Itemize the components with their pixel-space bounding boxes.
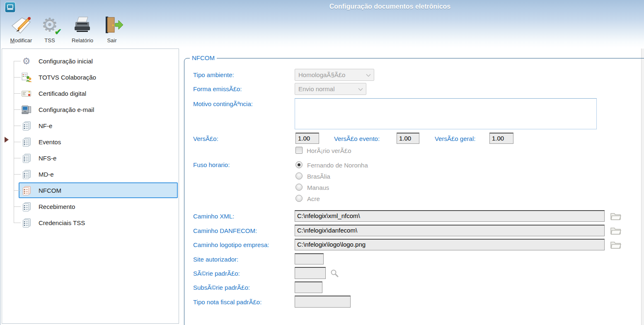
tss-button[interactable]: ⚙✔ TSS (39, 15, 61, 45)
tipo-nota-fiscal-input[interactable] (295, 296, 351, 308)
sidebar-item-nfcom[interactable]: NFCOM (2, 182, 179, 199)
sidebar-item-totvs-colaboracao[interactable]: TOTVS Colaboração (2, 69, 179, 85)
tss-label: TSS (39, 37, 61, 44)
serie-search-button[interactable] (330, 269, 342, 279)
documents-icon (21, 120, 32, 131)
forma-emissao-select[interactable]: Envio normal (295, 83, 366, 95)
documents-icon (21, 169, 32, 180)
app-window: Configuração documentos eletrônicos Modi… (0, 0, 644, 325)
printer-icon (66, 15, 99, 36)
modificar-button[interactable]: Modificar (5, 15, 38, 45)
documents-icon (21, 217, 32, 228)
sidebar-item-configuracao-email[interactable]: Configuração e-mail (2, 102, 179, 118)
folder-icon (610, 211, 622, 221)
radio-acre[interactable] (295, 195, 303, 202)
radio-manaus[interactable] (295, 184, 303, 191)
gear-check-icon: ⚙✔ (39, 15, 61, 36)
tipo-ambiente-label: Tipo ambiente: (193, 71, 234, 78)
forma-emissao-label: Forma emissÃ£o: (193, 85, 242, 92)
caminho-xml-input[interactable]: C:\nfelogix\xml_nfcom\ (295, 210, 605, 222)
fuso-horario-label: Fuso horario: (193, 161, 230, 168)
horario-verao-checkbox[interactable] (295, 147, 303, 154)
caminho-xml-label: Caminho XML: (193, 213, 234, 220)
radio-label: Manaus (307, 184, 329, 191)
sair-label: Sair (101, 37, 123, 44)
config-tree: ⚙ Configuração inicial TOTVS Colaboração (2, 49, 179, 323)
caminho-logotipo-input[interactable]: C:\nfelogix\logo\logo.png (295, 239, 605, 250)
radio-label: Acre (307, 195, 320, 202)
sidebar-item-nfse[interactable]: NFS-e (2, 150, 179, 166)
document-people-icon (21, 72, 32, 83)
versao-input[interactable]: 1.00 (295, 133, 319, 144)
radio-label: Fernando de Noronha (307, 162, 368, 169)
sidebar-item-nfe[interactable]: NF-e (2, 118, 179, 134)
gear-icon: ⚙ (21, 56, 32, 67)
folder-icon (610, 225, 622, 235)
versao-evento-input[interactable]: 1.00 (397, 133, 419, 144)
title-bar: Configuração documentos eletrônicos Modi… (0, 0, 644, 48)
radio-fernando-de-noronha[interactable] (295, 161, 303, 168)
subserie-padrao-input[interactable] (295, 281, 322, 293)
relatorio-label: Relatório (66, 37, 99, 44)
relatorio-button[interactable]: Relatório (66, 15, 99, 45)
sidebar-item-mde[interactable]: MD-e (2, 166, 179, 182)
versao-evento-label: VersÃ£o evento: (334, 135, 380, 142)
sidebar-item-recebimento[interactable]: Recebimento (2, 199, 179, 215)
versao-geral-input[interactable]: 1.00 (489, 133, 513, 144)
sidebar-item-credenciais-tss[interactable]: Credenciais TSS (2, 215, 179, 231)
radio-brasilia[interactable] (295, 172, 303, 179)
motivo-contingencia-textarea[interactable] (295, 98, 597, 129)
browse-logotipo-button[interactable] (610, 239, 622, 249)
documents-icon (21, 185, 32, 196)
browse-danfecom-button[interactable] (610, 225, 622, 235)
toolbar: Modificar ⚙✔ TSS Rela (0, 15, 644, 46)
horario-verao-label: HorÃ¡rio verÃ£o (307, 147, 351, 154)
documents-icon (21, 153, 32, 164)
caminho-danfecom-label: Caminho DANFECOM: (193, 227, 257, 234)
magnifier-icon (330, 269, 342, 278)
caminho-danfecom-input[interactable]: C:\nfelogix\danfecom\ (295, 225, 605, 236)
certificate-icon (21, 88, 32, 99)
modificar-label: Modificar (5, 37, 38, 44)
chevron-down-icon (358, 88, 363, 91)
current-item-arrow-icon (5, 137, 9, 143)
tipo-nota-fiscal-label: Tipo nota fiscal padrÃ£o: (193, 298, 261, 306)
serie-padrao-input[interactable] (295, 267, 326, 279)
sidebar-item-certificado-digital[interactable]: Certificado digital (2, 85, 179, 102)
groupbox-title: NFCOM (190, 54, 217, 61)
exit-door-icon (101, 15, 123, 36)
radio-label: BrasÃlia (307, 173, 330, 180)
sair-button[interactable]: Sair (101, 15, 123, 45)
site-autorizador-label: Site autorizador: (193, 256, 238, 263)
serie-padrao-label: SÃ©rie padrÃ£o: (193, 270, 240, 277)
documents-icon (21, 201, 32, 212)
documents-icon (21, 136, 32, 148)
browse-xml-button[interactable] (610, 211, 622, 221)
sidebar-item-eventos[interactable]: Eventos (2, 134, 179, 150)
versao-label: VersÃ£o: (193, 135, 218, 142)
sidebar-item-configuracao-inicial[interactable]: ⚙ Configuração inicial (2, 53, 179, 69)
folder-icon (610, 239, 622, 249)
site-autorizador-input[interactable] (295, 253, 324, 264)
tipo-ambiente-select[interactable]: HomologaÃ§Ã£o (295, 69, 374, 81)
window-title: Configuração documentos eletrônicos (329, 3, 450, 10)
chevron-down-icon (366, 74, 371, 77)
edit-pencil-icon (5, 15, 38, 36)
computer-icon (5, 2, 16, 13)
subserie-padrao-label: SubsÃ©rie padrÃ£o: (193, 284, 250, 291)
navigation-sidebar: ⚙ Configuração inicial TOTVS Colaboração (2, 49, 179, 324)
versao-geral-label: VersÃ£o geral: (435, 135, 475, 142)
caminho-logotipo-label: Caminho logotipo empresa: (193, 241, 269, 248)
computer-email-icon (21, 104, 32, 115)
motivo-contingencia-label: Motivo contingÃªncia: (193, 100, 253, 107)
